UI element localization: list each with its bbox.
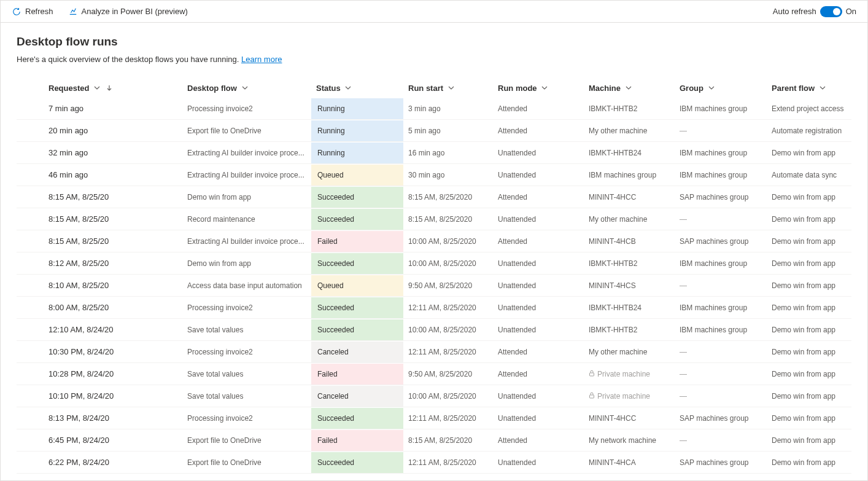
cell-parent-flow[interactable]: Automate registration — [767, 120, 851, 142]
cell-machine[interactable]: IBMKT-HHTB2 — [584, 319, 675, 341]
cell-group[interactable]: IBM machines group — [675, 252, 767, 275]
cell-machine[interactable]: My other machine — [584, 341, 675, 363]
cell-parent-flow[interactable]: Demo win from app — [767, 385, 851, 407]
table-row[interactable]: 8:12 AM, 8/25/20Demo win from appSucceed… — [17, 252, 851, 275]
chevron-down-icon — [626, 84, 632, 90]
cell-machine[interactable]: Private machine — [584, 385, 675, 407]
cell-group[interactable]: — — [675, 275, 767, 297]
cell-desktop-flow[interactable]: Access data base input automation — [182, 275, 311, 297]
cell-machine[interactable]: MININT-4HCS — [584, 275, 675, 297]
cell-parent-flow[interactable]: Demo win from app — [767, 230, 851, 252]
cell-machine[interactable]: My network machine — [584, 429, 675, 452]
cell-desktop-flow[interactable]: Export file to OneDrive — [182, 120, 311, 142]
cell-parent-flow[interactable]: Demo win from app — [767, 363, 851, 385]
cell-desktop-flow[interactable]: Processing invoice2 — [182, 407, 311, 429]
cell-machine[interactable]: MININT-4HCA — [584, 452, 675, 474]
table-row[interactable]: 8:15 AM, 8/25/20Extracting AI builder in… — [17, 230, 851, 252]
cell-group[interactable]: IBM machines group — [675, 98, 767, 120]
col-header-run-mode[interactable]: Run mode — [493, 79, 584, 98]
cell-parent-flow[interactable]: Extend project access — [767, 98, 851, 120]
cell-parent-flow[interactable]: Demo win from app — [767, 341, 851, 363]
cell-machine[interactable]: IBMKT-HHTB2 — [584, 252, 675, 275]
cell-group[interactable]: IBM machines group — [675, 319, 767, 341]
cell-parent-flow[interactable]: Demo win from app — [767, 142, 851, 164]
cell-group[interactable]: — — [675, 363, 767, 385]
table-row[interactable]: 7 min agoProcessing invoice2Running3 min… — [17, 98, 851, 120]
cell-parent-flow[interactable]: Demo win from app — [767, 319, 851, 341]
cell-machine[interactable]: Private machine — [584, 363, 675, 385]
table-row[interactable]: 32 min agoExtracting AI builder invoice … — [17, 142, 851, 164]
cell-desktop-flow[interactable]: Record maintenance — [182, 208, 311, 230]
cell-group[interactable]: IBM machines group — [675, 164, 767, 186]
cell-desktop-flow[interactable]: Extracting AI builder invoice proce... — [182, 230, 311, 252]
cell-group[interactable]: — — [675, 429, 767, 452]
analyze-button[interactable]: Analyze in Power BI (preview) — [68, 7, 188, 17]
cell-machine[interactable]: IBMKT-HHTB24 — [584, 142, 675, 164]
cell-group[interactable]: SAP machines group — [675, 407, 767, 429]
col-header-parent-flow[interactable]: Parent flow — [767, 79, 851, 98]
cell-machine[interactable]: MININT-4HCC — [584, 186, 675, 208]
table-row[interactable]: 8:15 AM, 8/25/20Demo win from appSucceed… — [17, 186, 851, 208]
cell-machine[interactable]: MININT-4HCB — [584, 230, 675, 252]
cell-desktop-flow[interactable]: Extracting AI builder invoice proce... — [182, 142, 311, 164]
cell-machine[interactable]: IBMKT-HHTB24 — [584, 297, 675, 319]
cell-desktop-flow[interactable]: Export file to OneDrive — [182, 452, 311, 474]
table-row[interactable]: 46 min agoExtracting AI builder invoice … — [17, 164, 851, 186]
refresh-button[interactable]: Refresh — [12, 7, 53, 17]
cell-desktop-flow[interactable]: Processing invoice2 — [182, 297, 311, 319]
subtitle-text: Here's a quick overview of the desktop f… — [17, 55, 241, 64]
col-header-status[interactable]: Status — [311, 79, 403, 98]
cell-parent-flow[interactable]: Demo win from app — [767, 186, 851, 208]
cell-group[interactable]: — — [675, 385, 767, 407]
cell-group[interactable]: SAP machines group — [675, 452, 767, 474]
cell-parent-flow[interactable]: Demo win from app — [767, 208, 851, 230]
table-row[interactable]: 20 min agoExport file to OneDriveRunning… — [17, 120, 851, 142]
col-header-group[interactable]: Group — [675, 79, 767, 98]
table-row[interactable]: 12:10 AM, 8/24/20Save total valuesSuccee… — [17, 319, 851, 341]
col-header-machine[interactable]: Machine — [584, 79, 675, 98]
refresh-label: Refresh — [25, 7, 53, 16]
cell-parent-flow[interactable]: Demo win from app — [767, 275, 851, 297]
col-header-run-start[interactable]: Run start — [403, 79, 493, 98]
cell-machine[interactable]: IBMKT-HHTB2 — [584, 98, 675, 120]
cell-machine[interactable]: My other machine — [584, 120, 675, 142]
table-row[interactable]: 6:22 PM, 8/24/20Export file to OneDriveS… — [17, 452, 851, 474]
table-row[interactable]: 10:30 PM, 8/24/20Processing invoice2Canc… — [17, 341, 851, 363]
table-row[interactable]: 10:10 PM, 8/24/20Save total valuesCancel… — [17, 385, 851, 407]
learn-more-link[interactable]: Learn more — [241, 55, 282, 64]
cell-group[interactable]: SAP machines group — [675, 186, 767, 208]
col-header-desktop-flow[interactable]: Desktop flow — [182, 79, 311, 98]
cell-desktop-flow[interactable]: Demo win from app — [182, 252, 311, 275]
table-row[interactable]: 8:13 PM, 8/24/20Processing invoice2Succe… — [17, 407, 851, 429]
table-row[interactable]: 8:15 AM, 8/25/20Record maintenanceSuccee… — [17, 208, 851, 230]
cell-parent-flow[interactable]: Demo win from app — [767, 452, 851, 474]
cell-desktop-flow[interactable]: Export file to OneDrive — [182, 429, 311, 452]
cell-machine[interactable]: IBM machines group — [584, 164, 675, 186]
cell-parent-flow[interactable]: Demo win from app — [767, 252, 851, 275]
table-row[interactable]: 8:00 AM, 8/25/20Processing invoice2Succe… — [17, 297, 851, 319]
table-row[interactable]: 10:28 PM, 8/24/20Save total valuesFailed… — [17, 363, 851, 385]
cell-machine[interactable]: MININT-4HCC — [584, 407, 675, 429]
cell-desktop-flow[interactable]: Save total values — [182, 385, 311, 407]
cell-desktop-flow[interactable]: Save total values — [182, 363, 311, 385]
cell-machine[interactable]: My other machine — [584, 208, 675, 230]
cell-desktop-flow[interactable]: Extracting AI builder invoice proce... — [182, 164, 311, 186]
cell-parent-flow[interactable]: Demo win from app — [767, 407, 851, 429]
cell-parent-flow[interactable]: Demo win from app — [767, 429, 851, 452]
auto-refresh-toggle[interactable] — [820, 6, 842, 17]
cell-parent-flow[interactable]: Automate data sync — [767, 164, 851, 186]
cell-desktop-flow[interactable]: Processing invoice2 — [182, 341, 311, 363]
table-row[interactable]: 6:45 PM, 8/24/20Export file to OneDriveF… — [17, 429, 851, 452]
cell-group[interactable]: — — [675, 208, 767, 230]
cell-group[interactable]: SAP machines group — [675, 230, 767, 252]
table-row[interactable]: 8:10 AM, 8/25/20Access data base input a… — [17, 275, 851, 297]
cell-group[interactable]: IBM machines group — [675, 142, 767, 164]
cell-group[interactable]: — — [675, 120, 767, 142]
cell-group[interactable]: — — [675, 341, 767, 363]
cell-desktop-flow[interactable]: Demo win from app — [182, 186, 311, 208]
cell-parent-flow[interactable]: Demo win from app — [767, 297, 851, 319]
cell-desktop-flow[interactable]: Processing invoice2 — [182, 98, 311, 120]
col-header-requested[interactable]: Requested — [17, 79, 182, 98]
cell-group[interactable]: IBM machines group — [675, 297, 767, 319]
cell-desktop-flow[interactable]: Save total values — [182, 319, 311, 341]
